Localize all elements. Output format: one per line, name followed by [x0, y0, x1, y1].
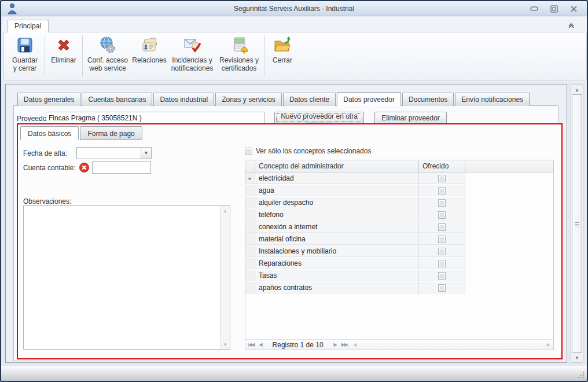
ofrecido-checkbox[interactable]	[438, 248, 446, 255]
main-vertical-scrollbar[interactable]: ▲ ▼	[571, 85, 583, 363]
concepto-cell[interactable]: teléfono	[255, 209, 419, 221]
save-icon	[16, 36, 34, 54]
record-counter: Registro 1 de 10	[264, 341, 332, 349]
resize-grip[interactable]	[578, 372, 585, 379]
concepto-cell[interactable]: Reparaciones	[255, 258, 419, 270]
ofrecido-cell[interactable]	[419, 270, 465, 282]
ofrecido-cell[interactable]	[419, 233, 465, 245]
ofrecido-cell[interactable]	[419, 258, 465, 270]
ofrecido-checkbox[interactable]	[438, 211, 446, 219]
relaciones-button[interactable]: Relaciones	[130, 34, 168, 79]
tab-envio-notificaciones[interactable]: Envío notificaciones	[455, 93, 530, 106]
conceptos-grid: Concepto del administrador Ofrecido ▸ele…	[245, 160, 554, 350]
incidencias-notificaciones-button[interactable]: Incidencias y notificaciones	[168, 34, 216, 79]
column-header-ofrecido[interactable]: Ofrecido	[419, 160, 465, 172]
ribbon-collapse-chevron-icon[interactable]	[567, 21, 575, 31]
table-row[interactable]: teléfono	[245, 209, 553, 221]
scroll-down-icon[interactable]: ▼	[220, 340, 230, 349]
concept-rows: ▸electricidadaguaalquiler despachoteléfo…	[245, 172, 553, 294]
first-record-button[interactable]: |◀◀	[245, 342, 256, 347]
nuevo-proveedor-button[interactable]: Nuevo proveedor en otra empresa	[274, 112, 364, 124]
ofrecido-checkbox[interactable]	[438, 260, 446, 267]
ofrecido-checkbox[interactable]	[438, 272, 446, 280]
concepto-cell[interactable]: conexión a internet	[255, 221, 419, 233]
cuenta-contable-input[interactable]	[92, 161, 151, 174]
grid-horizontal-scrollbar[interactable]: ◀ ▶	[350, 340, 553, 350]
ofrecido-checkbox[interactable]	[438, 199, 446, 207]
scroll-up-icon[interactable]: ▲	[571, 85, 583, 94]
ofrecido-checkbox[interactable]	[438, 236, 446, 243]
concepto-cell[interactable]: Tasas	[255, 270, 419, 282]
ofrecido-checkbox[interactable]	[438, 187, 446, 194]
fecha-de-alta-combobox[interactable]: ▼	[76, 147, 152, 159]
fecha-de-alta-label: Fecha de alta:	[23, 149, 67, 157]
ribbon-tab-principal[interactable]: Principal	[7, 20, 49, 32]
ofrecido-checkbox[interactable]	[438, 223, 446, 231]
cerrar-button[interactable]: Cerrar	[267, 34, 297, 79]
scroll-left-icon[interactable]: ◀	[350, 342, 359, 347]
scrollbar-thumb[interactable]	[572, 94, 582, 353]
revisiones-certificados-button[interactable]: Revisiones y certificados	[216, 34, 262, 79]
concepto-cell[interactable]: electricidad	[255, 172, 419, 185]
table-row[interactable]: alquiler despacho	[245, 197, 553, 209]
tab-documentos[interactable]: Documentos	[402, 93, 454, 106]
last-record-button[interactable]: ▶▶|	[339, 342, 350, 347]
tab-datos-proveedor[interactable]: Datos proveedor	[337, 92, 401, 106]
ofrecido-cell[interactable]	[419, 172, 465, 185]
ofrecido-checkbox[interactable]	[438, 284, 446, 292]
table-row[interactable]: Reparaciones	[245, 258, 553, 270]
grid-header: Concepto del administrador Ofrecido	[245, 160, 553, 172]
concepto-cell[interactable]: Instalaciones y mobiliario	[255, 245, 419, 258]
tab-zonas-servicios[interactable]: Zonas y servicios	[215, 93, 282, 106]
row-indicator	[245, 233, 255, 245]
ofrecido-cell[interactable]	[419, 209, 465, 221]
table-row[interactable]: Instalaciones y mobiliario	[245, 245, 553, 258]
table-row[interactable]: Tasas	[245, 270, 553, 282]
save-and-close-button[interactable]: Guardar y cerrar	[8, 34, 42, 79]
row-indicator	[245, 197, 255, 209]
restore-button[interactable]	[549, 4, 559, 13]
relations-cards-icon	[140, 36, 159, 54]
column-header-concepto[interactable]: Concepto del administrador	[255, 160, 419, 172]
table-row[interactable]: apaños contratos	[245, 282, 553, 294]
eliminar-button[interactable]: Eliminar	[47, 34, 80, 79]
subtab-forma-de-pago[interactable]: Forma de pago	[80, 126, 142, 140]
table-row[interactable]: conexión a internet	[245, 221, 553, 233]
tab-datos-cliente[interactable]: Datos cliente	[283, 93, 336, 106]
previous-record-button[interactable]: ◀	[256, 342, 264, 347]
scroll-right-icon[interactable]: ▶	[544, 342, 553, 347]
ver-solo-conceptos-label: Ver sólo los conceptos seleccionados	[256, 147, 371, 155]
tab-datos-industrial[interactable]: Datos industrial	[153, 93, 214, 106]
concepto-cell[interactable]: apaños contratos	[255, 282, 419, 294]
ofrecido-cell[interactable]	[419, 221, 465, 233]
observaciones-textarea[interactable]: ▲ ▼	[23, 205, 230, 350]
ofrecido-cell[interactable]	[419, 197, 465, 209]
chevron-down-icon[interactable]: ▼	[141, 148, 151, 159]
close-button[interactable]	[568, 4, 579, 13]
proveedor-input[interactable]	[46, 112, 264, 124]
scroll-up-icon[interactable]: ▲	[220, 206, 230, 215]
row-indicator	[245, 221, 255, 233]
ofrecido-cell[interactable]	[419, 185, 465, 197]
eliminar-proveedor-button[interactable]: Eliminar proveedor	[374, 112, 447, 124]
subtab-datos-basicos[interactable]: Datos básicos	[20, 126, 79, 140]
concepto-cell[interactable]: agua	[255, 185, 419, 197]
ofrecido-checkbox[interactable]	[438, 175, 446, 182]
minimize-button[interactable]	[529, 4, 539, 13]
ofrecido-cell[interactable]	[419, 245, 465, 258]
table-row[interactable]: agua	[245, 185, 553, 197]
table-row[interactable]: material oficina	[245, 233, 553, 245]
tab-datos-generales[interactable]: Datos generales	[17, 93, 80, 106]
webservice-icon	[98, 36, 117, 54]
scroll-down-icon[interactable]: ▼	[571, 353, 583, 362]
table-row[interactable]: ▸electricidad	[245, 172, 553, 185]
next-record-button[interactable]: ▶	[332, 342, 339, 347]
cuenta-contable-label: Cuenta contable:	[23, 164, 76, 172]
ver-solo-conceptos-checkbox[interactable]	[245, 148, 252, 155]
concepto-cell[interactable]: material oficina	[255, 233, 419, 245]
observaciones-scrollbar[interactable]: ▲ ▼	[220, 206, 230, 349]
ofrecido-cell[interactable]	[419, 282, 465, 294]
conf-acceso-web-service-button[interactable]: Conf. acceso web service	[85, 34, 130, 79]
concepto-cell[interactable]: alquiler despacho	[255, 197, 419, 209]
tab-cuentas-bancarias[interactable]: Cuentas bancarias	[82, 93, 152, 106]
